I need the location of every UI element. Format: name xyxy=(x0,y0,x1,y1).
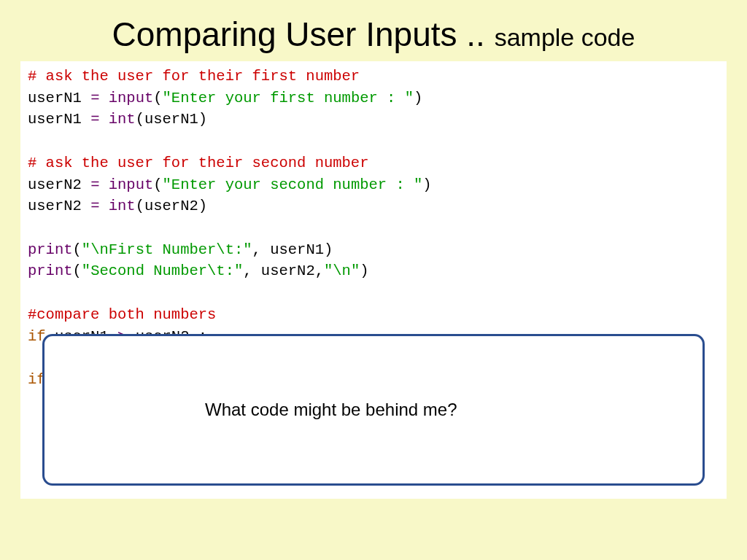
code-text: , userN2, xyxy=(243,262,324,279)
code-comment: # ask the user for their first number xyxy=(28,68,360,85)
callout-text: What code might be behind me? xyxy=(59,397,688,423)
code-op: = xyxy=(90,111,109,128)
code-func: print xyxy=(28,241,73,258)
title-sub: sample code xyxy=(495,23,635,51)
code-comment: #compare both numbers xyxy=(28,306,216,323)
code-text: ) xyxy=(360,262,368,279)
code-op: = xyxy=(90,90,109,106)
code-text: (userN2) xyxy=(136,198,207,214)
code-string: "Enter your second number : " xyxy=(163,176,423,193)
code-block: # ask the user for their first number us… xyxy=(20,61,727,499)
code-func: print xyxy=(28,262,73,279)
callout-box: What code might be behind me? xyxy=(42,334,705,486)
code-text: ) xyxy=(422,176,431,193)
code-string: "\nFirst Number\t:" xyxy=(82,241,252,258)
code-text: ( xyxy=(153,176,162,193)
title-main: Comparing User Inputs .. xyxy=(112,15,495,53)
code-text: userN1 xyxy=(28,111,90,128)
code-text: ( xyxy=(73,262,82,279)
slide-title: Comparing User Inputs .. sample code xyxy=(0,0,747,61)
code-op: = xyxy=(90,176,109,193)
code-string: "Second Number\t:" xyxy=(82,262,243,279)
slide: Comparing User Inputs .. sample code # a… xyxy=(0,0,747,560)
code-string: "Enter your first number : " xyxy=(163,90,414,106)
code-text: (userN1) xyxy=(136,111,207,128)
code-func: input xyxy=(109,176,154,193)
code-text: userN2 xyxy=(28,176,90,193)
code-text: , userN1) xyxy=(252,241,333,258)
code-op: = xyxy=(90,198,109,214)
code-text: ( xyxy=(73,241,82,258)
code-text: userN1 xyxy=(28,90,90,106)
code-text: ) xyxy=(414,90,422,106)
code-func: int xyxy=(109,198,136,214)
code-text: ( xyxy=(153,90,162,106)
code-string: "\n" xyxy=(324,262,360,279)
code-func: input xyxy=(109,90,154,106)
code-comment: # ask the user for their second number xyxy=(28,155,368,171)
code-text: userN2 xyxy=(28,198,90,214)
code-func: int xyxy=(109,111,136,128)
